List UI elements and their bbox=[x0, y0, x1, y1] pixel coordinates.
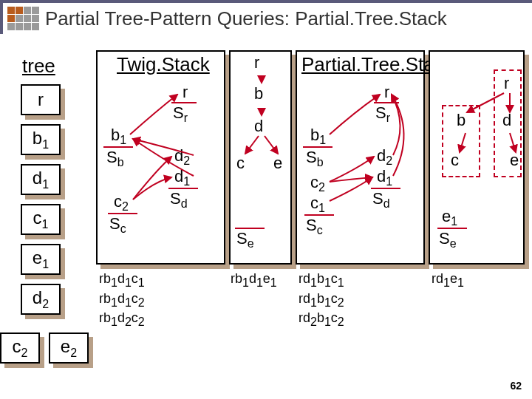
pts-paths: rd1b1c1 rd1b1c2 rd2b1c2 bbox=[299, 270, 344, 330]
node-text: b1 bbox=[33, 128, 49, 151]
pts-d1: d1 bbox=[377, 167, 392, 188]
p-e1: e1 bbox=[442, 207, 457, 228]
tree-node-c2: c2 bbox=[0, 332, 40, 364]
p-paths: rd1e1 bbox=[432, 270, 464, 290]
title-bar: Partial Tree-Pattern Queries: Partial.Tr… bbox=[0, 0, 532, 34]
twig-paths: rb1d1c1 rb1d1c2 rb1d2c2 bbox=[99, 270, 145, 330]
node-text: e2 bbox=[61, 336, 77, 360]
tree-node-b1: b1 bbox=[21, 124, 61, 155]
content: tree r b1 d1 c1 e1 d2 c2 e2 Twig.Stack r… bbox=[0, 37, 532, 399]
ptree-panel: r b d c e e1 Se bbox=[429, 50, 525, 265]
arrow-down-icon bbox=[257, 75, 266, 84]
twig-r: r bbox=[183, 83, 188, 102]
q-Se: Se bbox=[236, 229, 254, 250]
node-text: c2 bbox=[13, 336, 28, 360]
node-text: r bbox=[38, 89, 44, 110]
node-text: d1 bbox=[33, 168, 49, 191]
q-e: e bbox=[273, 154, 282, 173]
twig-Sc: Sc bbox=[109, 214, 126, 236]
qtree-panel: r b d c e Se bbox=[229, 50, 292, 265]
twigstack-title: Twig.Stack bbox=[117, 53, 210, 76]
arrow-down-icon bbox=[257, 108, 266, 117]
page-number: 62 bbox=[510, 380, 522, 392]
node-text: e1 bbox=[33, 248, 49, 271]
node-text: c1 bbox=[33, 208, 49, 231]
tree-node-e2: e2 bbox=[49, 332, 89, 364]
q-r: r bbox=[254, 53, 259, 72]
q-b: b bbox=[254, 84, 263, 103]
twig-d2: d2 bbox=[174, 146, 190, 168]
pts-d2: d2 bbox=[377, 146, 392, 168]
pts-r: r bbox=[384, 83, 389, 102]
pts-Sr: Sr bbox=[375, 103, 390, 125]
pts-c2: c2 bbox=[310, 173, 325, 194]
tree-label: tree bbox=[22, 55, 55, 78]
q-c: c bbox=[236, 154, 245, 173]
twig-b1: b1 bbox=[111, 126, 126, 147]
twig-d1: d1 bbox=[174, 167, 190, 188]
pts-Sd: Sd bbox=[372, 189, 390, 211]
tree-node-d2: d2 bbox=[21, 284, 61, 315]
twig-c2: c2 bbox=[114, 192, 129, 214]
page-title: Partial Tree-Pattern Queries: Partial.Tr… bbox=[45, 7, 447, 30]
twig-Sb: Sb bbox=[106, 148, 124, 169]
twig-Sr: Sr bbox=[173, 103, 188, 125]
tree-node-r: r bbox=[21, 84, 61, 115]
twig-Sd: Sd bbox=[170, 189, 188, 211]
twigstack-panel: Twig.Stack r Sr b1 Sb d2 d1 Sd c2 Sc bbox=[96, 50, 225, 265]
pts-c1: c1 bbox=[310, 194, 325, 215]
p-Se: Se bbox=[439, 229, 457, 250]
tree-node-c1: c1 bbox=[21, 204, 61, 235]
pts-Sc: Sc bbox=[306, 216, 323, 237]
q-d: d bbox=[254, 117, 263, 136]
dashed-box-rd-e bbox=[494, 69, 522, 177]
title-inner: Partial Tree-Pattern Queries: Partial.Tr… bbox=[3, 3, 532, 34]
tree-node-e1: e1 bbox=[21, 244, 61, 275]
pts-Sb: Sb bbox=[306, 148, 324, 169]
pts-b1: b1 bbox=[310, 126, 326, 147]
node-text: d2 bbox=[33, 287, 49, 311]
tree-node-d1: d1 bbox=[21, 164, 61, 195]
pts-panel: Partial.Tree.Stack r Sr b1 Sb d2 d1 Sd c… bbox=[296, 50, 425, 265]
logo-icon bbox=[7, 7, 39, 30]
dashed-box-bc bbox=[442, 105, 480, 177]
q-paths: rb1d1e1 bbox=[231, 270, 277, 290]
